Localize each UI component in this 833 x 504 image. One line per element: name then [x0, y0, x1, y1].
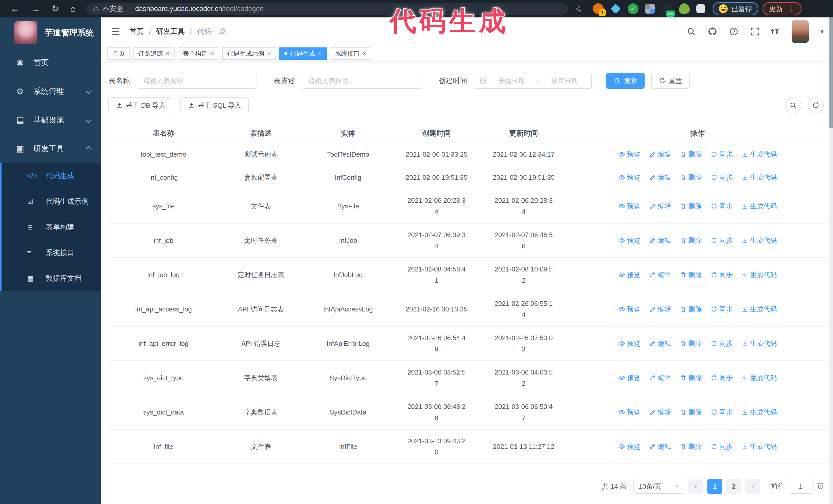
preview-action[interactable]: 预览 — [618, 235, 641, 246]
preview-action[interactable]: 预览 — [618, 172, 641, 183]
tag-home[interactable]: 首页 — [108, 47, 130, 60]
sync-action[interactable]: 同步 — [711, 304, 733, 315]
sync-action[interactable]: 同步 — [711, 441, 733, 452]
help-icon[interactable] — [729, 27, 738, 36]
edit-action[interactable]: 编辑 — [649, 441, 671, 452]
delete-action[interactable]: 删除 — [680, 235, 702, 246]
delete-action[interactable]: 删除 — [680, 269, 702, 281]
preview-action[interactable]: 预览 — [618, 149, 641, 160]
sidebar-item-dev-tools[interactable]: ▣ 研发工具 — [0, 134, 101, 163]
generate-code-action[interactable]: 生成代码 — [741, 172, 777, 183]
delete-action[interactable]: 删除 — [680, 441, 702, 452]
sidebar-logo[interactable]: 芋道管理系统 — [0, 18, 101, 48]
tag-system-api[interactable]: 系统接口 × — [330, 47, 372, 60]
preview-action[interactable]: 预览 — [618, 407, 641, 418]
delete-action[interactable]: 删除 — [680, 200, 702, 212]
toggle-search-button[interactable] — [785, 97, 801, 113]
search-icon[interactable] — [687, 27, 696, 36]
scrollbar-thumb[interactable] — [829, 18, 833, 128]
extension-grid-icon[interactable] — [645, 4, 655, 14]
sidebar-item-system-management[interactable]: ⚙ 系统管理 — [0, 77, 101, 105]
table-name-input[interactable] — [137, 73, 257, 89]
forward-icon[interactable]: → — [31, 3, 40, 14]
import-sql-button[interactable]: 基于 SQL 导入 — [181, 97, 249, 113]
edit-action[interactable]: 编辑 — [649, 149, 671, 160]
preview-action[interactable]: 预览 — [618, 269, 641, 281]
tag-trace[interactable]: 链路追踪 × — [133, 47, 174, 60]
delete-action[interactable]: 删除 — [680, 407, 702, 418]
edit-action[interactable]: 编辑 — [649, 269, 671, 281]
start-date-placeholder[interactable]: 开始日期 — [490, 76, 533, 86]
delete-action[interactable]: 删除 — [680, 304, 702, 315]
sync-action[interactable]: 同步 — [711, 200, 733, 212]
reset-button[interactable]: 重置 — [651, 73, 690, 89]
refresh-table-button[interactable] — [808, 97, 824, 113]
edit-action[interactable]: 编辑 — [649, 338, 671, 349]
table-desc-input[interactable] — [302, 73, 422, 89]
fullscreen-icon[interactable] — [750, 27, 759, 36]
sync-action[interactable]: 同步 — [711, 269, 733, 281]
sync-action[interactable]: 同步 — [711, 149, 733, 160]
sync-action[interactable]: 同步 — [711, 235, 733, 246]
edit-action[interactable]: 编辑 — [649, 200, 671, 212]
prev-page-button[interactable]: ‹ — [688, 479, 703, 494]
delete-action[interactable]: 删除 — [680, 338, 702, 349]
sidebar-item-home[interactable]: ◉ 首页 — [0, 48, 101, 77]
extension-diamond-icon[interactable] — [610, 3, 621, 14]
back-icon[interactable]: ← — [10, 3, 20, 14]
generate-code-action[interactable]: 生成代码 — [741, 338, 777, 349]
extension-orange-icon[interactable]: 1 — [593, 3, 603, 14]
sidebar-item-infrastructure[interactable]: ▤ 基础设施 — [0, 105, 101, 134]
sidebar-subitem-codegen-example[interactable]: ☑ 代码生成示例 — [2, 189, 101, 214]
breadcrumb-dev-tools[interactable]: 研发工具 — [156, 27, 185, 37]
page-button-2[interactable]: 2 — [727, 479, 741, 494]
edit-action[interactable]: 编辑 — [649, 304, 671, 315]
edit-action[interactable]: 编辑 — [649, 235, 671, 246]
preview-action[interactable]: 预览 — [618, 304, 641, 315]
sidebar-subitem-code-generation[interactable]: </> 代码生成 — [2, 163, 101, 189]
date-range-picker[interactable]: 开始日期 - 结束日期 — [474, 73, 592, 89]
browser-menu-dots-icon[interactable]: ⋮ — [787, 4, 795, 13]
sync-action[interactable]: 同步 — [711, 338, 733, 349]
close-icon[interactable]: × — [210, 50, 214, 57]
reload-icon[interactable]: ↻ — [51, 3, 59, 14]
delete-action[interactable]: 删除 — [680, 372, 702, 384]
goto-page-input[interactable] — [789, 479, 812, 494]
browser-update-button[interactable]: 更新 ⋮ — [763, 2, 802, 16]
extension-green-icon[interactable] — [679, 3, 690, 14]
sync-action[interactable]: 同步 — [711, 372, 733, 384]
close-icon[interactable]: × — [363, 50, 366, 57]
sidebar-subitem-database-doc[interactable]: ▦ 数据库文档 — [2, 266, 101, 291]
generate-code-action[interactable]: 生成代码 — [741, 269, 777, 281]
edit-action[interactable]: 编辑 — [649, 172, 671, 183]
sync-action[interactable]: 同步 — [711, 172, 733, 183]
extension-check-icon[interactable]: ✓ — [628, 3, 639, 14]
generate-code-action[interactable]: 生成代码 — [741, 304, 777, 315]
generate-code-action[interactable]: 生成代码 — [741, 149, 777, 160]
tag-codegen-example[interactable]: 代码生成示例 × — [222, 47, 276, 60]
page-size-select[interactable]: 10条/页 — [633, 479, 684, 494]
profile-paused-button[interactable]: 已暂停 — [713, 2, 758, 16]
extensions-puzzle-icon[interactable] — [696, 4, 705, 13]
preview-action[interactable]: 预览 — [618, 338, 641, 349]
tag-code-generation[interactable]: 代码生成 × — [279, 47, 327, 60]
preview-action[interactable]: 预览 — [618, 441, 641, 452]
import-db-button[interactable]: 基于 DB 导入 — [109, 97, 173, 113]
avatar-caret-down-icon[interactable]: ▾ — [820, 28, 824, 35]
close-icon[interactable]: × — [267, 50, 271, 57]
sidebar-subitem-system-api[interactable]: ≡ 系统接口 — [2, 240, 101, 266]
github-icon[interactable] — [708, 27, 717, 37]
bookmark-star-icon[interactable]: ☆ — [575, 3, 583, 14]
tag-form-builder[interactable]: 表单构建 × — [177, 47, 219, 60]
next-page-button[interactable]: › — [745, 479, 760, 494]
sidebar-collapse-icon[interactable] — [111, 26, 121, 37]
close-icon[interactable]: × — [318, 50, 322, 57]
extension-dark-icon[interactable]: on — [662, 3, 672, 14]
page-button-1[interactable]: 1 — [708, 479, 722, 494]
search-button[interactable]: 搜索 — [606, 73, 645, 89]
delete-action[interactable]: 删除 — [680, 149, 702, 160]
generate-code-action[interactable]: 生成代码 — [741, 235, 777, 246]
generate-code-action[interactable]: 生成代码 — [741, 372, 777, 384]
edit-action[interactable]: 编辑 — [649, 372, 671, 384]
preview-action[interactable]: 预览 — [618, 372, 641, 384]
